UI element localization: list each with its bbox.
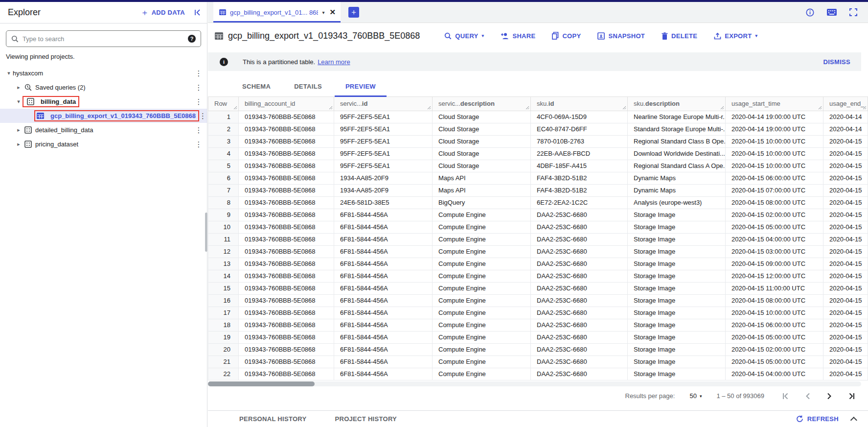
table-cell: Compute Engine <box>433 209 531 221</box>
table-view-tabs: SCHEMA DETAILS PREVIEW <box>208 74 868 97</box>
row-number-cell: 11 <box>208 233 239 245</box>
collapse-footer-icon[interactable] <box>850 417 857 424</box>
table-icon <box>37 113 44 119</box>
table-cell: 019343-760BBB-5E0868 <box>239 209 334 221</box>
sidebar-item-detailed-billing-data[interactable]: ▸ detailed_billing_data ⋮ <box>0 123 207 137</box>
kebab-menu-icon[interactable]: ⋮ <box>194 126 203 135</box>
table-row: 8019343-760BBB-5E086824E6-581D-38E5BigQu… <box>208 196 868 209</box>
export-button[interactable]: EXPORT ▾ <box>714 32 757 40</box>
column-resize-handle[interactable] <box>622 106 626 110</box>
project-history-tab[interactable]: PROJECT HISTORY <box>335 415 397 423</box>
last-page-icon[interactable] <box>848 393 855 400</box>
chevron-down-icon[interactable]: ▾ <box>15 98 23 105</box>
kebab-menu-icon[interactable]: ⋮ <box>194 97 203 106</box>
next-page-icon[interactable] <box>827 393 832 400</box>
horizontal-scrollbar[interactable] <box>208 381 861 386</box>
chevron-right-icon[interactable]: ▸ <box>15 127 23 133</box>
table-cell: Compute Engine <box>433 270 531 282</box>
query-button[interactable]: QUERY ▾ <box>444 32 484 40</box>
sidebar-item-billing-export-table[interactable]: gcp_billing_export_v1_019343_760BBB_5E08… <box>0 109 207 123</box>
table-cell: 2020-04-15 02:00:00 UTC <box>726 343 823 356</box>
table-cell: 019343-760BBB-5E0868 <box>239 233 334 245</box>
table-cell: 019343-760BBB-5E0868 <box>239 282 334 294</box>
table-cell: 019343-760BBB-5E0868 <box>239 196 334 209</box>
add-data-button[interactable]: ＋ ADD DATA <box>140 8 185 17</box>
table-cell: Compute Engine <box>433 294 531 307</box>
search-box[interactable]: ? <box>6 30 201 47</box>
table-cell: 2020-04-15 <box>823 147 868 160</box>
table-cell: Compute Engine <box>433 258 531 270</box>
tabstrip-right-icons <box>806 2 868 23</box>
keyboard-shortcuts-icon[interactable] <box>827 9 837 16</box>
personal-history-tab[interactable]: PERSONAL HISTORY <box>239 415 306 423</box>
column-resize-handle[interactable] <box>818 106 822 110</box>
new-tab-button[interactable]: ＋ <box>348 7 359 18</box>
tab-preview[interactable]: PREVIEW <box>335 76 387 96</box>
search-help-icon[interactable]: ? <box>188 35 196 43</box>
column-resize-handle[interactable] <box>329 106 333 110</box>
table-cell: Compute Engine <box>433 245 531 258</box>
plus-icon: ＋ <box>140 8 149 17</box>
workspace-tabstrip: gcp_billing_export_v1_01... 868 ▾ ✕ ＋ <box>208 2 868 23</box>
share-icon <box>501 32 509 40</box>
row-number-cell: 7 <box>208 184 239 196</box>
dismiss-button[interactable]: DISMISS <box>823 58 850 66</box>
table-cell: 95FF-2EF5-5EA1 <box>334 147 433 160</box>
copy-button[interactable]: COPY <box>552 32 581 40</box>
column-header[interactable]: servic...description <box>433 97 531 111</box>
share-button[interactable]: SHARE <box>501 32 535 40</box>
table-cell: 2020-04-15 04:00:00 UTC <box>726 368 823 380</box>
active-worktab[interactable]: gcp_billing_export_v1_01... 868 ▾ ✕ <box>213 2 341 23</box>
column-header[interactable]: sku.description <box>628 97 726 111</box>
kebab-menu-icon[interactable]: ⋮ <box>194 69 203 78</box>
column-header[interactable]: usage_start_time <box>726 97 823 111</box>
first-page-icon[interactable] <box>782 393 789 400</box>
sidebar-item-pricing-dataset[interactable]: ▸ pricing_dataset ⋮ <box>0 137 207 151</box>
kebab-menu-icon[interactable]: ⋮ <box>194 83 203 92</box>
collapse-panel-icon[interactable] <box>194 9 201 16</box>
results-range: 1 – 50 of 993069 <box>716 392 764 400</box>
snapshot-button[interactable]: SNAPSHOT <box>597 32 645 40</box>
column-header[interactable]: Row <box>208 97 239 111</box>
delete-button[interactable]: DELETE <box>662 32 697 40</box>
kebab-menu-icon[interactable]: ⋮ <box>199 112 206 120</box>
table-cell: 2020-04-15 <box>823 368 868 380</box>
column-resize-handle[interactable] <box>720 106 724 110</box>
sidebar-item-billing-data[interactable]: ▾ billing_data ⋮ <box>0 95 207 109</box>
refresh-button[interactable]: REFRESH <box>796 415 839 423</box>
previous-page-icon[interactable] <box>805 393 810 400</box>
table-cell: 019343-760BBB-5E0868 <box>239 245 334 258</box>
scrollbar-thumb[interactable] <box>208 381 315 386</box>
column-header[interactable]: sku.id <box>531 97 628 111</box>
table-cell: 2020-04-15 <box>823 307 868 319</box>
fullscreen-icon[interactable] <box>849 8 857 16</box>
tab-details[interactable]: DETAILS <box>283 76 333 96</box>
column-resize-handle[interactable] <box>863 106 867 110</box>
kebab-menu-icon[interactable]: ⋮ <box>194 140 203 149</box>
sidebar-item-saved-queries[interactable]: ▸ Saved queries (2) ⋮ <box>0 80 207 95</box>
column-resize-handle[interactable] <box>525 106 529 110</box>
learn-more-link[interactable]: Learn more <box>318 58 350 66</box>
column-header[interactable]: billing_account_id <box>239 97 334 111</box>
table-cell: 95FF-2EF5-5EA1 <box>334 160 433 172</box>
column-resize-handle[interactable] <box>427 106 431 110</box>
chevron-down-icon[interactable]: ▾ <box>322 10 324 15</box>
search-input[interactable] <box>23 35 184 43</box>
table-cell: Regional Standard Class B Ope... <box>628 135 726 147</box>
chevron-down-icon: ▾ <box>700 394 702 399</box>
info-icon[interactable] <box>806 8 814 17</box>
sidebar-item-hystaxcom[interactable]: ▾ hystaxcom ⋮ <box>0 66 207 80</box>
table-cell: 6F81-5844-456A <box>334 356 433 368</box>
chevron-down-icon[interactable]: ▾ <box>5 70 13 76</box>
sidebar-scrollbar[interactable] <box>205 213 207 252</box>
column-header[interactable]: servic...id <box>334 97 433 111</box>
tab-schema[interactable]: SCHEMA <box>231 76 281 96</box>
table-actions: QUERY ▾ SHARE COPY SNAPSHOT DELETE <box>444 32 757 40</box>
column-header[interactable]: usage_end_ <box>823 97 868 111</box>
close-icon[interactable]: ✕ <box>329 8 336 17</box>
table-cell: 6F81-5844-456A <box>334 282 433 294</box>
column-resize-handle[interactable] <box>233 106 237 110</box>
page-size-select[interactable]: 50 ▾ <box>689 392 702 400</box>
chevron-right-icon[interactable]: ▸ <box>15 141 23 147</box>
chevron-right-icon[interactable]: ▸ <box>15 84 23 91</box>
